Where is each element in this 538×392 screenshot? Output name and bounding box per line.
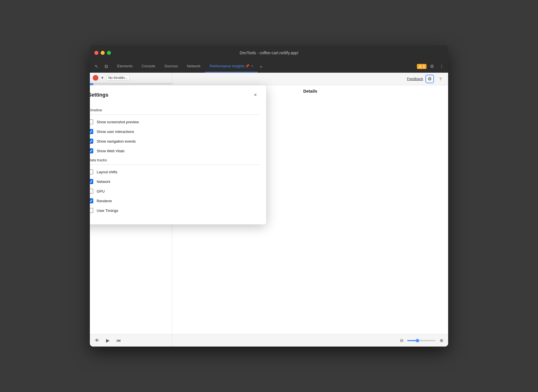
- checkbox-screenshot-preview: Show screenshot preview: [90, 119, 259, 124]
- modal-header: Settings ×: [90, 85, 266, 103]
- toolbar-icons: ↖ ⧉: [92, 62, 110, 71]
- zoom-in-icon: ⊕: [440, 338, 443, 343]
- settings-modal: Settings × Timeline Show screenshot prev…: [90, 85, 266, 224]
- data-tracks-divider: [90, 164, 259, 165]
- checkbox-user-timings-label[interactable]: User Timings: [97, 208, 118, 213]
- tab-elements[interactable]: Elements: [113, 60, 137, 72]
- zoom-slider[interactable]: [407, 340, 436, 341]
- main-content: ▼ No throttlin... ▷ ▶ Network: [90, 73, 448, 347]
- close-button[interactable]: [94, 51, 98, 55]
- zoom-out-icon: ⊖: [400, 338, 404, 343]
- window-title: DevTools - coffee-cart.netlify.app/: [240, 51, 298, 55]
- checkbox-user-interactions-label[interactable]: Show user interactions: [97, 130, 134, 134]
- zoom-out-button[interactable]: ⊖: [398, 337, 405, 344]
- checkbox-web-vitals-box[interactable]: [90, 148, 93, 153]
- zoom-in-button[interactable]: ⊕: [438, 337, 445, 344]
- tab-sources[interactable]: Sources: [160, 60, 183, 72]
- timeline-section-label: Timeline: [90, 108, 259, 112]
- tab-network[interactable]: Network: [183, 60, 205, 72]
- tab-performance-insights[interactable]: Performance insights 📌 ×: [205, 60, 258, 72]
- checkbox-screenshot-preview-box[interactable]: [90, 119, 93, 124]
- checkbox-navigation-events: Show navigation events: [90, 139, 259, 144]
- play-icon: ▶: [106, 338, 109, 343]
- tab-list: Elements Console Sources Network Perform…: [113, 60, 417, 72]
- data-tracks-section-label: Data tracks: [90, 158, 259, 162]
- checkbox-network-box[interactable]: [90, 179, 93, 184]
- warning-count: 1: [423, 64, 425, 68]
- modal-title: Settings: [90, 92, 108, 98]
- right-panel-bottom: ⊖ ⊕: [172, 334, 448, 347]
- help-icon: ?: [439, 77, 442, 81]
- zoom-slider-thumb[interactable]: [416, 339, 419, 342]
- warning-badge[interactable]: ⚠ 1: [417, 64, 427, 69]
- record-button[interactable]: [93, 75, 98, 81]
- settings-button[interactable]: ⚙: [428, 62, 436, 71]
- reset-icon: ⏮: [116, 338, 121, 343]
- fullscreen-button[interactable]: [107, 51, 111, 55]
- feedback-link[interactable]: Feedback: [407, 77, 423, 81]
- reset-button[interactable]: ⏮: [115, 337, 122, 344]
- gear-icon: ⚙: [430, 64, 434, 69]
- tab-close-icon[interactable]: ×: [251, 64, 253, 68]
- layers-icon-btn[interactable]: ⧉: [102, 62, 110, 71]
- more-tabs-button[interactable]: »: [258, 64, 264, 69]
- checkbox-gpu-label[interactable]: GPU: [97, 189, 105, 193]
- throttle-label: No throttlin...: [108, 76, 128, 80]
- title-bar: DevTools - coffee-cart.netlify.app/: [90, 45, 448, 60]
- modal-body: Timeline Show screenshot preview Show us…: [90, 103, 266, 224]
- layers-icon: ⧉: [105, 64, 108, 69]
- checkbox-renderer-box[interactable]: [90, 198, 93, 203]
- checkbox-renderer-label[interactable]: Renderer: [97, 199, 112, 203]
- checkbox-navigation-events-box[interactable]: [90, 139, 93, 144]
- checkbox-gpu: GPU: [90, 189, 259, 194]
- checkbox-gpu-box[interactable]: [90, 189, 93, 194]
- right-panel: Feedback ⚙ ? Details t rt.netlify.app/ r…: [172, 73, 448, 347]
- checkbox-network: Network: [90, 179, 259, 184]
- help-button[interactable]: ?: [436, 75, 445, 83]
- checkbox-navigation-events-label[interactable]: Show navigation events: [97, 139, 136, 143]
- dropdown-arrow-icon[interactable]: ▼: [101, 76, 104, 80]
- checkbox-layout-shifts-label[interactable]: Layout shifts: [97, 170, 117, 174]
- minimize-button[interactable]: [101, 51, 105, 55]
- checkbox-user-interactions: Show user interactions: [90, 129, 259, 134]
- traffic-lights: [94, 51, 111, 55]
- checkbox-user-timings: User Timings: [90, 208, 259, 213]
- zoom-bar: ⊖ ⊕: [172, 334, 448, 347]
- tab-console[interactable]: Console: [137, 60, 160, 72]
- warning-icon: ⚠: [419, 64, 422, 68]
- network-toolbar: ▼ No throttlin...: [90, 73, 172, 83]
- right-panel-toolbar: Feedback ⚙ ?: [172, 73, 448, 85]
- checkbox-user-interactions-box[interactable]: [90, 129, 93, 134]
- timeline-divider: [90, 114, 259, 115]
- sidebar-bottom-bar: 👁 ▶ ⏮: [90, 334, 172, 347]
- checkbox-layout-shifts-box[interactable]: [90, 169, 93, 174]
- throttle-select[interactable]: No throttlin...: [106, 75, 130, 81]
- gear-settings-button[interactable]: ⚙: [425, 75, 434, 83]
- pin-icon: 📌: [245, 64, 249, 68]
- screenshot-button[interactable]: 👁: [93, 337, 101, 344]
- checkbox-web-vitals-label[interactable]: Show Web Vitals: [97, 149, 125, 153]
- screenshot-icon: 👁: [95, 338, 99, 343]
- toolbar-right: ⚠ 1 ⚙ ⋮: [417, 62, 446, 71]
- cursor-icon-btn[interactable]: ↖: [92, 62, 101, 71]
- checkbox-renderer: Renderer: [90, 198, 259, 203]
- kebab-menu-button[interactable]: ⋮: [437, 62, 446, 71]
- play-button[interactable]: ▶: [104, 337, 111, 344]
- gear-active-icon: ⚙: [428, 76, 432, 82]
- checkbox-web-vitals: Show Web Vitals: [90, 148, 259, 153]
- modal-close-button[interactable]: ×: [251, 91, 259, 99]
- checkbox-screenshot-preview-label[interactable]: Show screenshot preview: [97, 120, 139, 124]
- devtools-toolbar: ↖ ⧉ Elements Console Sources Network Per…: [90, 60, 448, 73]
- checkbox-layout-shifts: Layout shifts: [90, 169, 259, 174]
- zoom-controls: ⊖ ⊕: [398, 337, 445, 344]
- checkbox-network-label[interactable]: Network: [97, 180, 110, 184]
- cursor-icon: ↖: [95, 64, 98, 69]
- kebab-icon: ⋮: [439, 64, 444, 69]
- tab-performance-insights-label: Performance insights: [210, 64, 244, 68]
- checkbox-user-timings-box[interactable]: [90, 208, 93, 213]
